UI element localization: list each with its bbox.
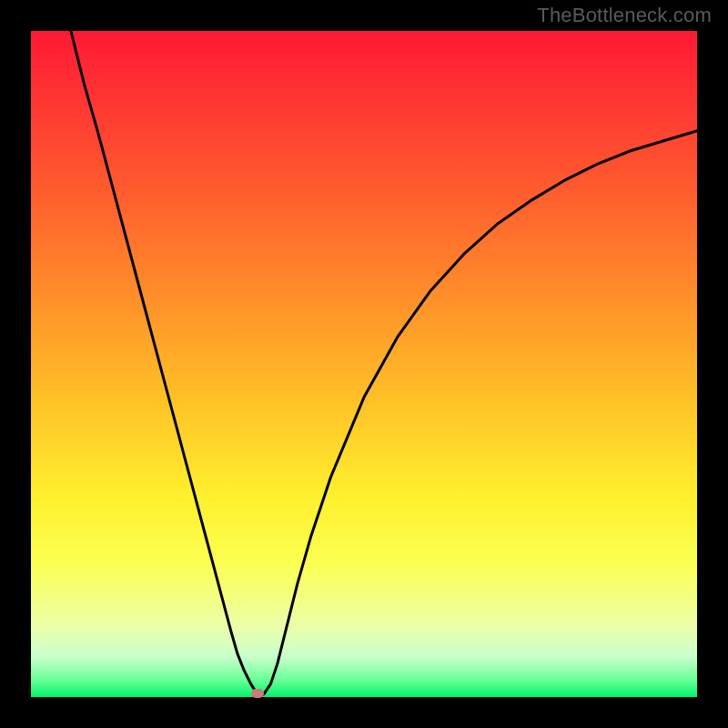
watermark-label: TheBottleneck.com bbox=[537, 4, 712, 27]
chart-container: TheBottleneck.com bbox=[0, 0, 728, 728]
plot-area bbox=[31, 31, 697, 697]
curve-svg bbox=[31, 31, 697, 697]
minimum-marker bbox=[251, 689, 264, 698]
